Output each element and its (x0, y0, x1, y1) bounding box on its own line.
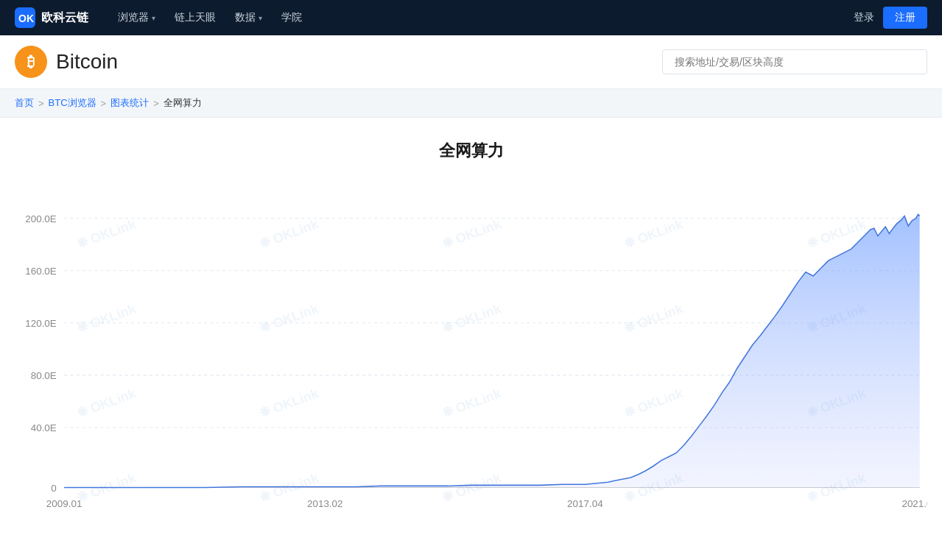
search-input[interactable] (662, 49, 927, 74)
logo-text: 欧科云链 (41, 10, 88, 26)
register-button[interactable]: 注册 (883, 7, 927, 29)
svg-text:80.0E: 80.0E (31, 370, 57, 381)
chevron-down-icon: ▾ (152, 14, 155, 22)
svg-text:160.0E: 160.0E (25, 266, 57, 277)
breadcrumb-charts[interactable]: 图表统计 (110, 96, 149, 110)
svg-text:OK: OK (18, 13, 34, 24)
nav-right: 登录 注册 (854, 7, 927, 29)
logo[interactable]: OK 欧科云链 (15, 7, 88, 28)
chart-svg: 200.0E 160.0E 120.0E 80.0E 40.0E 0 (15, 191, 927, 530)
nav-links: 浏览器 ▾ 链上天眼 数据 ▾ 学院 (110, 7, 832, 29)
chart-wrapper: ❋ OKLink ❋ OKLink ❋ OKLink ❋ OKLink ❋ OK… (15, 191, 927, 530)
coin-symbol: ₿ (27, 54, 35, 71)
breadcrumb-home[interactable]: 首页 (15, 96, 34, 110)
coin-icon: ₿ (15, 46, 47, 78)
chevron-down-icon-2: ▾ (259, 14, 262, 22)
nav-item-browser[interactable]: 浏览器 ▾ (110, 7, 163, 29)
coin-name: Bitcoin (56, 50, 118, 74)
chart-container: 全网算力 ❋ OKLink ❋ OKLink ❋ OKLink ❋ OKLink… (0, 118, 942, 545)
svg-text:120.0E: 120.0E (25, 318, 57, 329)
header-section: ₿ Bitcoin (0, 35, 942, 89)
svg-text:200.0E: 200.0E (25, 213, 57, 224)
breadcrumb-hashrate: 全网算力 (164, 96, 202, 110)
nav-item-data[interactable]: 数据 ▾ (228, 7, 270, 29)
coin-info: ₿ Bitcoin (15, 46, 118, 78)
svg-text:2009.01: 2009.01 (46, 498, 82, 509)
svg-text:0: 0 (51, 483, 56, 494)
chart-title: 全网算力 (15, 140, 927, 162)
navbar: OK 欧科云链 浏览器 ▾ 链上天眼 数据 ▾ 学院 登录 注册 (0, 0, 942, 35)
breadcrumb-sep-1: > (38, 98, 44, 109)
svg-text:40.0E: 40.0E (31, 422, 57, 433)
breadcrumb-btc[interactable]: BTC浏览器 (49, 96, 96, 110)
breadcrumb: 首页 > BTC浏览器 > 图表统计 > 全网算力 (0, 89, 942, 118)
nav-item-academy[interactable]: 学院 (274, 7, 309, 29)
breadcrumb-sep-3: > (153, 98, 159, 109)
logo-icon: OK (15, 7, 35, 28)
login-button[interactable]: 登录 (854, 11, 874, 24)
breadcrumb-sep-2: > (101, 98, 107, 109)
svg-text:2013.02: 2013.02 (307, 498, 343, 509)
svg-text:2021.05: 2021.05 (901, 498, 927, 509)
nav-item-chain[interactable]: 链上天眼 (167, 7, 223, 29)
svg-text:2017.04: 2017.04 (567, 498, 603, 509)
